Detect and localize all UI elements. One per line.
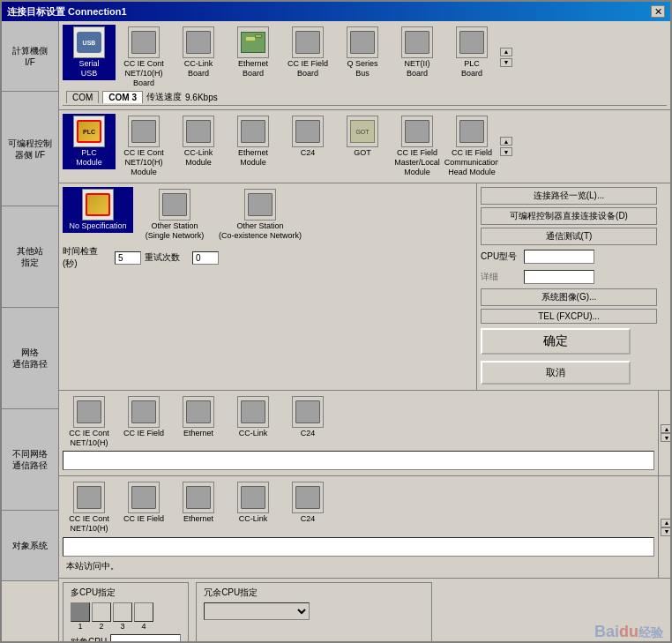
diff-ethernet-visual	[186, 486, 211, 509]
cpu-btn-4-col: 4	[134, 602, 153, 631]
icon-diff-cc-ie-cont-box	[73, 482, 105, 513]
icon-no-specification[interactable]: No Specification	[63, 187, 133, 233]
cpu-type-label: CPU型号	[481, 250, 520, 263]
cancel-button[interactable]: 取消	[481, 361, 631, 385]
scroll-down-plc[interactable]: ▼	[500, 147, 512, 156]
icon-other-single-box	[159, 189, 190, 221]
icon-c24-plc[interactable]: C24	[281, 114, 334, 160]
icon-net-c24-label: C24	[301, 429, 316, 438]
icon-cc-ie-field-board-label: CC IE FieldBoard	[287, 59, 328, 79]
icon-cc-ie-field-board[interactable]: CC IE FieldBoard	[281, 25, 334, 80]
icon-serial-usb-box: USB	[73, 26, 105, 58]
target-cpu-input[interactable]	[110, 634, 181, 641]
cpu-type-input[interactable]	[524, 250, 594, 264]
icon-cc-link-board-label: CC-LinkBoard	[184, 59, 213, 79]
icon-q-series-bus[interactable]: Q SeriesBus	[336, 25, 389, 80]
confirm-button[interactable]: 确定	[481, 328, 631, 355]
icon-plc-module[interactable]: PLC PLCModule	[63, 114, 116, 169]
icon-cc-ie-field-comm[interactable]: CC IE FieldCommunicationHead Module	[445, 114, 498, 178]
connection-list-button[interactable]: 连接路径一览(L)...	[481, 187, 657, 205]
icon-ethernet-module[interactable]: EthernetModule	[227, 114, 280, 169]
redundant-select[interactable]	[204, 602, 310, 620]
sidebar-label-diff-network: 不同网络通信路径	[12, 448, 48, 471]
cpu-btn-2[interactable]	[92, 602, 111, 622]
icon-serial-usb[interactable]: USB SerialUSB	[63, 25, 116, 80]
icon-net-ii-board-box	[401, 26, 433, 58]
icon-net-ethernet-label: Ethernet	[183, 429, 213, 438]
icon-cc-ie-cont-module-box	[128, 116, 160, 147]
net-c24-visual	[295, 400, 320, 423]
diff-text-box[interactable]	[63, 537, 654, 557]
icon-diff-c24-box	[292, 482, 324, 513]
scroll-down-diff[interactable]: ▼	[661, 527, 670, 536]
icon-cc-ie-field-master[interactable]: CC IE FieldMaster/LocalModule	[391, 114, 444, 178]
icon-diff-c24[interactable]: C24	[281, 480, 334, 526]
sidebar-item-plc[interactable]: 可编程控制器侧 I/F	[2, 92, 58, 206]
time-check-input[interactable]	[115, 251, 141, 265]
icon-diff-cc-link[interactable]: CC-Link	[227, 480, 280, 526]
plc-board-visual	[459, 31, 484, 54]
icon-diff-cc-ie-field[interactable]: CC IE Field	[117, 480, 170, 526]
main-content: 計算機側I/F 可编程控制器侧 I/F 其他站指定 网络通信路径 不同网络通信路…	[2, 21, 670, 641]
close-button[interactable]: ✕	[651, 5, 665, 18]
icon-net-cc-link-box	[237, 396, 269, 428]
sidebar-item-network[interactable]: 网络通信路径	[2, 308, 58, 409]
other-coexist-visual	[248, 193, 273, 216]
cpu-btn-4[interactable]	[134, 602, 153, 622]
main-window: 连接目标设置 Connection1 ✕ 計算機側I/F 可编程控制器侧 I/F…	[0, 0, 672, 643]
icon-ethernet-module-label: EthernetModule	[238, 148, 268, 168]
icon-cc-link-board[interactable]: CC-LinkBoard	[172, 25, 225, 80]
icon-ethernet-board[interactable]: EthernetBoard	[227, 25, 280, 80]
cpu-btn-1[interactable]	[71, 602, 90, 622]
sidebar-item-computer[interactable]: 計算機側I/F	[2, 21, 58, 92]
icon-net-cc-ie-cont-box	[73, 396, 105, 428]
cpu-btn-3-col: 3	[113, 602, 132, 631]
retry-input[interactable]	[192, 251, 219, 265]
icon-diff-cc-ie-field-label: CC IE Field	[123, 514, 164, 524]
com-tab-com3[interactable]: COM 3	[102, 91, 143, 103]
icon-net-c24[interactable]: C24	[281, 394, 334, 440]
cpu-btn-3[interactable]	[113, 602, 132, 622]
diff-scroll: ▲ ▼	[658, 476, 670, 578]
icon-other-station-coexist[interactable]: Other Station(Co-existence Network)	[216, 187, 304, 243]
cpu-detail-input[interactable]	[524, 270, 594, 284]
icon-net-ethernet[interactable]: Ethernet	[172, 394, 225, 440]
sidebar-item-other[interactable]: 其他站指定	[2, 206, 58, 308]
cpu-num-3: 3	[120, 622, 124, 631]
cpu-num-2: 2	[99, 622, 103, 631]
scroll-up-diff[interactable]: ▲	[661, 519, 670, 527]
icon-got[interactable]: GOT GOT	[336, 114, 389, 160]
icon-cc-ie-cont-board[interactable]: CC IE ContNET/10(H)Board	[117, 25, 170, 89]
icon-net-cc-link[interactable]: CC-Link	[227, 394, 280, 440]
serial-usb-visual: USB	[74, 28, 104, 56]
icon-net-cc-ie-field[interactable]: CC IE Field	[117, 394, 170, 440]
icon-diff-cc-ie-cont[interactable]: CC IE ContNET/10(H)	[63, 480, 116, 535]
cpu-detail-row: 详细	[481, 270, 667, 284]
scroll-down-network[interactable]: ▼	[661, 433, 670, 442]
icon-net-ii-board[interactable]: NET(II)Board	[391, 25, 444, 80]
icon-net-cc-ie-cont[interactable]: CC IE ContNET/10(H)	[63, 394, 116, 450]
icon-diff-ethernet[interactable]: Ethernet	[172, 480, 225, 526]
icon-serial-usb-label: SerialUSB	[78, 59, 99, 79]
sidebar-item-target[interactable]: 对象系统	[2, 511, 58, 581]
diff-cc-ie-field-visual	[131, 486, 156, 509]
cc-ie-cont-module-visual	[131, 120, 156, 143]
com-tab-com[interactable]: COM	[66, 91, 99, 103]
scroll-up-network[interactable]: ▲	[661, 424, 670, 433]
system-image-button[interactable]: 系统图像(G)...	[481, 288, 657, 306]
network-text-box[interactable]	[63, 451, 654, 470]
icon-other-station-single[interactable]: Other Station(Single Network)	[135, 187, 214, 243]
sidebar-item-diff-network[interactable]: 不同网络通信路径	[2, 409, 58, 511]
comm-test-button[interactable]: 通信测试(T)	[481, 228, 657, 245]
scroll-up-computer[interactable]: ▲	[500, 48, 512, 56]
scroll-down-computer[interactable]: ▼	[500, 58, 512, 67]
scroll-up-plc[interactable]: ▲	[500, 137, 512, 146]
tel-fxcpu-button[interactable]: TEL (FXCPU)...	[481, 309, 657, 324]
icon-net-cc-ie-field-box	[128, 396, 160, 428]
direct-connect-button[interactable]: 可编程控制器直接连接设备(D)	[481, 207, 657, 225]
icon-other-coexist-box	[244, 189, 276, 221]
icon-plc-board[interactable]: PLCBoard	[445, 25, 498, 80]
icon-cc-link-module[interactable]: CC-LinkModule	[172, 114, 225, 169]
icon-cc-ie-cont-module[interactable]: CC IE ContNET/10(H)Module	[117, 114, 170, 178]
other-single-visual	[162, 193, 187, 216]
